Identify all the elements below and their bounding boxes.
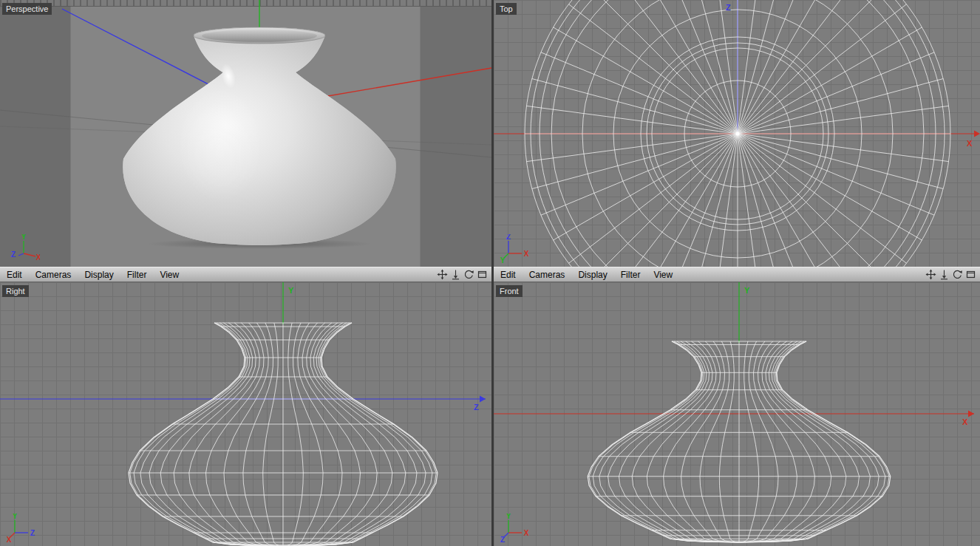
gizmo-x-label: X bbox=[524, 529, 529, 537]
gizmo-y-label: Y bbox=[13, 513, 18, 520]
axis-z-arrow bbox=[480, 396, 486, 403]
viewport-right[interactable]: Y Z Right Y Z X bbox=[0, 282, 491, 546]
gizmo-x-label: X bbox=[36, 253, 40, 262]
axis-gizmo-right: Y Z X bbox=[6, 513, 40, 543]
view-control-icons bbox=[925, 269, 980, 280]
toggle-view-icon[interactable] bbox=[477, 269, 488, 280]
rotate-view-icon[interactable] bbox=[463, 269, 474, 280]
viewport-front[interactable]: Y X Front Y X Z bbox=[494, 282, 980, 546]
viewport-menubar-right: Edit Cameras Display Filter View bbox=[494, 267, 980, 282]
gizmo-y-label: Y bbox=[500, 256, 506, 264]
axis-label-z: Z bbox=[474, 403, 479, 412]
viewport-perspective[interactable]: Perspective Y Z X bbox=[0, 0, 491, 267]
gizmo-z-label: Z bbox=[11, 250, 16, 259]
axis-gizmo-perspective: Y Z X bbox=[6, 234, 40, 264]
zoom-view-icon[interactable] bbox=[939, 269, 950, 280]
perspective-canvas[interactable] bbox=[0, 0, 491, 267]
menu-view[interactable]: View bbox=[647, 270, 679, 280]
rotate-view-icon[interactable] bbox=[952, 269, 963, 280]
axis-label-x: X bbox=[967, 139, 973, 148]
axis-label-y: Y bbox=[744, 286, 750, 295]
gizmo-z-label: Z bbox=[30, 529, 35, 537]
menu-filter[interactable]: Filter bbox=[614, 270, 647, 280]
vase-broad-highlight bbox=[177, 86, 263, 202]
axis-gizmo-front: Y X Z bbox=[500, 513, 534, 543]
menu-edit[interactable]: Edit bbox=[494, 270, 523, 280]
menu-cameras[interactable]: Cameras bbox=[523, 270, 572, 280]
front-canvas[interactable]: Y X bbox=[494, 282, 980, 546]
axis-label-x: X bbox=[962, 417, 968, 426]
vase-opening bbox=[202, 30, 317, 42]
pan-view-icon[interactable] bbox=[437, 269, 448, 280]
axis-lines-top bbox=[494, 0, 980, 137]
right-canvas[interactable]: Y Z bbox=[0, 282, 491, 546]
menu-display[interactable]: Display bbox=[571, 270, 613, 280]
gizmo-x-label: X bbox=[7, 536, 12, 543]
menu-display[interactable]: Display bbox=[78, 270, 120, 280]
viewport-label-right: Right bbox=[2, 285, 29, 297]
axis-label-z: Z bbox=[726, 3, 731, 12]
gizmo-y-label: Y bbox=[21, 234, 27, 241]
lathe-front-wireframe bbox=[588, 341, 891, 542]
axis-label-y: Y bbox=[288, 286, 294, 295]
menu-cameras[interactable]: Cameras bbox=[29, 270, 78, 280]
menu-view[interactable]: View bbox=[153, 270, 186, 280]
axis-lines-right bbox=[0, 282, 486, 403]
menu-edit[interactable]: Edit bbox=[0, 270, 29, 280]
pan-view-icon[interactable] bbox=[925, 269, 936, 280]
axis-lines-front bbox=[494, 282, 974, 417]
axis-x-arrow bbox=[974, 131, 980, 137]
toggle-view-icon[interactable] bbox=[965, 269, 976, 280]
top-canvas[interactable]: Z X bbox=[494, 0, 980, 267]
gizmo-z-label: Z bbox=[506, 234, 511, 241]
gizmo-y-label: Y bbox=[506, 513, 511, 520]
four-view-layout: Perspective Y Z X Z X Top Z X bbox=[0, 0, 980, 546]
viewport-menubar-left: Edit Cameras Display Filter View bbox=[0, 267, 491, 282]
view-control-icons bbox=[437, 269, 491, 280]
axis-gizmo-top: Z X Y bbox=[500, 234, 534, 264]
viewport-top[interactable]: Z X Top Z X Y bbox=[494, 0, 980, 267]
viewport-label-front: Front bbox=[496, 285, 523, 297]
gizmo-z-label: Z bbox=[500, 536, 505, 543]
menu-filter[interactable]: Filter bbox=[120, 270, 154, 280]
axis-x-arrow bbox=[968, 411, 974, 417]
viewport-label-top: Top bbox=[496, 3, 517, 15]
viewport-label-perspective: Perspective bbox=[2, 3, 52, 15]
world-axis-x bbox=[315, 68, 491, 98]
zoom-view-icon[interactable] bbox=[450, 269, 461, 280]
vase-shaded-object bbox=[123, 27, 395, 245]
gizmo-x-label: X bbox=[524, 250, 529, 258]
lathe-right-wireframe bbox=[129, 323, 438, 546]
